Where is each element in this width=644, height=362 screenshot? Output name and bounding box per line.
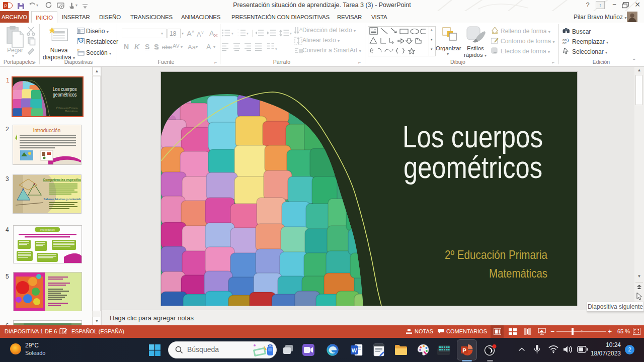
svg-text:▾: ▾: [231, 31, 233, 36]
svg-text:Matemáticas: Matemáticas: [489, 266, 547, 280]
svg-text:Matemáticas: Matemáticas: [65, 110, 77, 112]
svg-text:W: W: [352, 347, 357, 353]
svg-text:Los cuerpos: Los cuerpos: [403, 120, 543, 154]
svg-text:P: P: [462, 347, 466, 353]
svg-text:geométricos: geométricos: [404, 150, 542, 185]
svg-text:geométricos: geométricos: [53, 92, 76, 98]
svg-text:Los cuerpos: Los cuerpos: [53, 86, 77, 92]
svg-text:▾: ▾: [275, 47, 277, 51]
svg-text:▾: ▾: [247, 31, 249, 36]
svg-text:Saberes básicos y contenidos: Saberes básicos y contenidos: [44, 198, 81, 201]
svg-text:2º Educación Primaria: 2º Educación Primaria: [56, 107, 78, 109]
svg-text:A: A: [209, 29, 214, 37]
svg-text:Introducción: Introducción: [33, 128, 60, 133]
svg-text:Competencias específicas: Competencias específicas: [43, 178, 81, 182]
svg-text:ac: ac: [562, 41, 567, 44]
svg-text:▾: ▾: [290, 31, 292, 36]
svg-text:Integración: Integración: [40, 228, 55, 231]
svg-text:2º Educación Primaria: 2º Educación Primaria: [445, 248, 548, 261]
